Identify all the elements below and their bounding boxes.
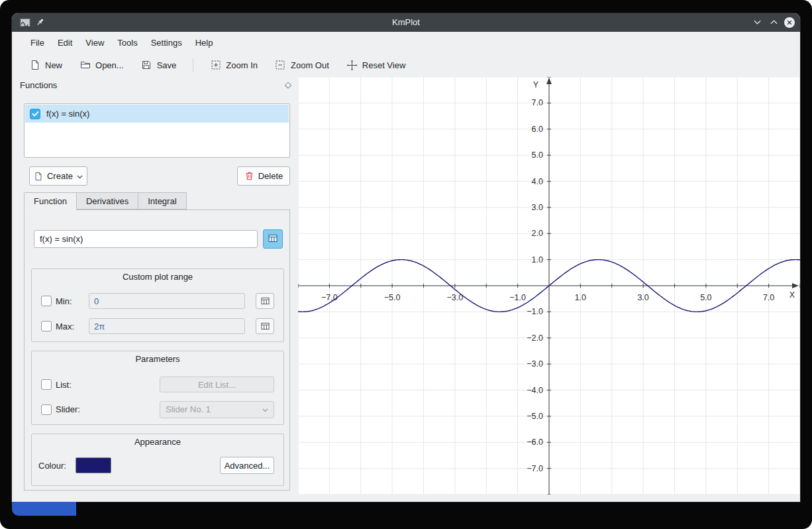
chevron-up-icon[interactable] (770, 19, 778, 25)
tab-integral[interactable]: Integral (138, 192, 186, 209)
custom-plot-range-title: Custom plot range (32, 272, 283, 282)
slider-checkbox[interactable] (41, 404, 52, 415)
open-folder-icon (79, 60, 91, 71)
slider-select-value: Slider No. 1 (166, 404, 211, 414)
custom-plot-range-group: Custom plot range Min: Max: (31, 268, 284, 342)
svg-text:−2.0: −2.0 (527, 333, 543, 343)
create-document-icon (34, 172, 43, 181)
svg-text:−1.0: −1.0 (509, 293, 526, 302)
zoom-in-icon (210, 60, 221, 71)
chevron-down-icon (262, 404, 268, 414)
plot-canvas[interactable]: −7.0−5.0−3.0−1.01.03.05.07.0−7.0−6.0−5.0… (298, 77, 800, 495)
menu-edit[interactable]: Edit (51, 35, 79, 50)
appearance-group: Appearance Colour: Advanced... (31, 434, 284, 486)
reset-view-icon (346, 60, 358, 71)
titlebar[interactable]: KmPlot (12, 13, 800, 32)
menu-file[interactable]: File (24, 35, 51, 50)
menu-view[interactable]: View (79, 35, 111, 50)
min-input[interactable] (89, 293, 245, 309)
toolbar-separator (193, 58, 193, 72)
delete-button-label: Delete (258, 171, 283, 181)
open-button[interactable]: Open... (76, 56, 128, 74)
function-visible-checkbox[interactable] (30, 109, 40, 119)
svg-text:−7.0: −7.0 (321, 293, 338, 302)
svg-text:−6.0: −6.0 (527, 438, 543, 447)
slider-label: Slider: (56, 404, 80, 414)
save-button-label: Save (157, 60, 177, 70)
svg-text:5.0: 5.0 (532, 150, 543, 160)
trash-icon (244, 171, 254, 181)
min-label: Min: (56, 296, 85, 306)
function-tab-panel: Custom plot range Min: Max: (24, 209, 290, 491)
svg-text:−5.0: −5.0 (384, 293, 401, 302)
max-label: Max: (56, 322, 85, 331)
min-checkbox[interactable] (41, 296, 52, 306)
svg-text:3.0: 3.0 (532, 203, 543, 212)
menu-tools[interactable]: Tools (111, 35, 144, 50)
list-row: List: Edit List... (41, 376, 274, 393)
tab-bar: Function Derivatives Integral (24, 192, 187, 210)
svg-text:1.0: 1.0 (532, 255, 543, 264)
min-editor-button[interactable] (256, 293, 274, 309)
max-input[interactable] (89, 318, 245, 334)
svg-text:7.0: 7.0 (763, 293, 774, 302)
zoom-out-button-label: Zoom Out (291, 60, 329, 70)
reset-view-button[interactable]: Reset View (342, 56, 410, 74)
max-checkbox[interactable] (41, 321, 52, 331)
chevron-down-icon (77, 171, 83, 181)
svg-text:4.0: 4.0 (532, 177, 543, 186)
delete-button[interactable]: Delete (237, 166, 290, 186)
save-button[interactable]: Save (137, 56, 181, 74)
menu-bar: File Edit View Tools Settings Help (12, 32, 800, 53)
max-row: Max: (41, 318, 274, 335)
window-title: KmPlot (12, 17, 800, 27)
create-button[interactable]: Create (29, 166, 87, 186)
colour-swatch-button[interactable] (76, 457, 111, 473)
svg-text:5.0: 5.0 (700, 293, 711, 302)
advanced-button[interactable]: Advanced... (220, 457, 274, 474)
new-document-icon (29, 60, 40, 71)
svg-text:−4.0: −4.0 (527, 386, 543, 395)
zoom-out-icon (275, 60, 286, 71)
new-button-label: New (45, 60, 62, 70)
list-label: List: (56, 380, 72, 390)
functions-panel: Functions ◇ f(x) = sin(x) Create (17, 77, 298, 495)
slider-row: Slider: Slider No. 1 (41, 400, 274, 418)
function-list[interactable]: f(x) = sin(x) (24, 103, 290, 158)
save-icon (141, 60, 152, 71)
svg-text:−5.0: −5.0 (527, 412, 543, 421)
equation-editor-icon (268, 233, 278, 245)
create-button-label: Create (47, 171, 73, 181)
svg-text:3.0: 3.0 (637, 293, 648, 302)
open-button-label: Open... (95, 60, 124, 70)
function-list-label: f(x) = sin(x) (46, 109, 89, 119)
menu-settings[interactable]: Settings (144, 35, 189, 50)
functions-panel-title: Functions (20, 80, 57, 90)
plot-area: −7.0−5.0−3.0−1.01.03.05.07.0−7.0−6.0−5.0… (298, 77, 800, 495)
max-editor-button[interactable] (256, 318, 274, 334)
appearance-title: Appearance (32, 437, 283, 447)
tab-derivatives[interactable]: Derivatives (77, 192, 138, 209)
slider-select[interactable]: Slider No. 1 (160, 401, 274, 418)
svg-text:−7.0: −7.0 (527, 464, 543, 473)
tab-function[interactable]: Function (24, 192, 77, 210)
menu-help[interactable]: Help (189, 35, 220, 50)
desktop-background: KmPlot File Edit View Tools Settings Hel… (0, 0, 812, 529)
equation-input[interactable] (34, 230, 258, 248)
main-toolbar: New Open... Save Zoom In (12, 53, 800, 77)
taskbar-fragment (12, 502, 76, 516)
zoom-in-button[interactable]: Zoom In (206, 56, 262, 74)
zoom-out-button[interactable]: Zoom Out (271, 56, 333, 74)
equation-editor-button[interactable] (263, 229, 283, 249)
svg-text:6.0: 6.0 (532, 125, 543, 134)
close-icon[interactable] (784, 17, 795, 29)
list-item[interactable]: f(x) = sin(x) (25, 105, 289, 123)
svg-text:X: X (789, 290, 795, 300)
new-button[interactable]: New (25, 56, 66, 74)
dock-float-icon[interactable]: ◇ (285, 80, 291, 89)
chevron-down-icon[interactable] (753, 19, 762, 25)
svg-text:7.0: 7.0 (532, 98, 543, 107)
edit-list-button[interactable]: Edit List... (160, 377, 274, 392)
list-checkbox[interactable] (41, 379, 52, 390)
parameters-group: Parameters List: Edit List... Slider: Sl… (31, 351, 284, 425)
